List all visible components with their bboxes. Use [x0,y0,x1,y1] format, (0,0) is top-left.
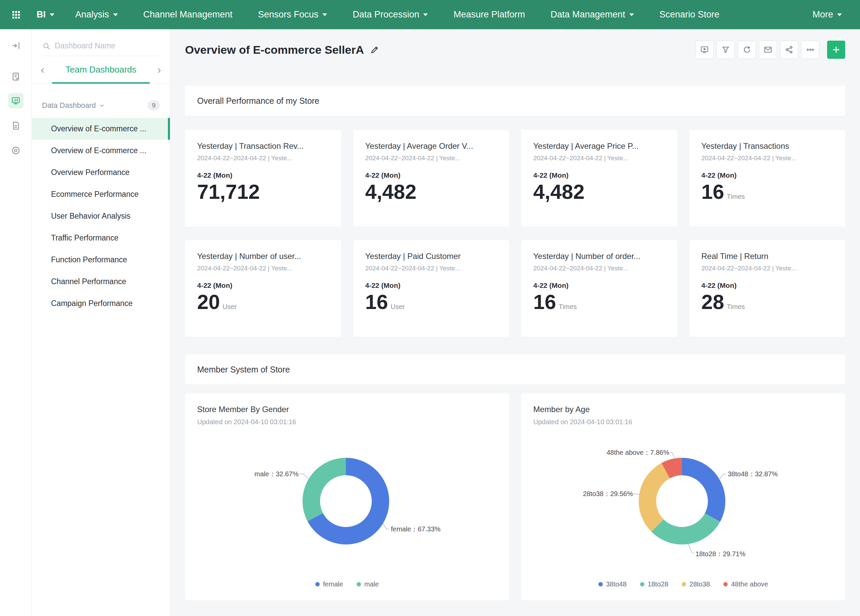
search-icon [42,42,51,50]
legend-item-18to28[interactable]: 18to28 [640,580,668,588]
nav-item-more[interactable]: More [800,0,845,29]
gender-donut-chart[interactable] [302,457,389,545]
nav-item-bi[interactable]: BI [32,0,63,29]
metric-card-transactions[interactable]: Yesterday | Transactions 2024-04-22~2024… [689,130,846,227]
sidebar-item-channel-performance[interactable]: Channel Performance [32,271,170,292]
legend-item-38to48[interactable]: 38to48 [598,580,627,588]
group-data-dashboard[interactable]: Data Dashboard [42,101,105,110]
nav-item-label: Analysis [75,9,109,20]
tab-team-dashboards[interactable]: Team Dashboards [52,57,150,83]
email-button[interactable] [759,41,777,59]
legend-item-female[interactable]: female [315,580,343,588]
chart-updated-timestamp: Updated on 2024-04-10 03:01:16 [533,418,833,426]
chevron-down-icon [629,13,634,16]
search-input[interactable] [55,41,160,50]
nav-item-label: Measure Platform [454,9,525,20]
metric-date: 4-22 (Mon) [197,171,329,179]
sidebar-item-label: Traffic Performance [51,233,119,242]
sidebar-item-label: Ecommerce Performance [51,190,139,199]
sidebar-item-ecommerce-performance[interactable]: Ecommerce Performance [32,183,170,205]
legend-label: 38to48 [606,580,627,588]
nav-item-label: Scenario Store [659,9,720,20]
metric-card-number-of-orders[interactable]: Yesterday | Number of order... 2024-04-2… [521,240,677,337]
nav-item-label: More [812,9,833,20]
metric-date: 4-22 (Mon) [366,171,497,179]
metric-card-average-order[interactable]: Yesterday | Average Order V... 2024-04-2… [353,130,509,227]
icon-rail [0,29,32,616]
plus-icon [832,45,841,54]
dashboard-button[interactable] [8,93,24,108]
disc-button[interactable] [8,143,24,158]
metric-value: 4,482 [533,180,585,204]
sidebar-item-label: Campaign Performance [51,299,133,308]
metric-unit: Times [727,303,745,311]
chevron-down-icon [322,13,327,16]
sidebar-item-traffic-performance[interactable]: Traffic Performance [32,227,170,249]
metric-date: 4-22 (Mon) [533,281,665,289]
metric-title: Yesterday | Average Order V... [366,141,497,151]
nav-item-scenario-store[interactable]: Scenario Store [647,0,732,29]
nav-item-sensors-focus[interactable]: Sensors Focus [245,0,340,29]
top-nav: BI Analysis Channel Management Sensors F… [0,0,860,29]
share-button[interactable] [780,41,798,59]
metric-card-average-price[interactable]: Yesterday | Average Price P... 2024-04-2… [521,130,677,227]
tab-next-button[interactable] [156,67,163,74]
envelope-icon [764,46,772,54]
dashboard-list: Overview of E-commerce ... Overview of E… [32,118,170,314]
metric-unit: User [223,303,237,311]
more-actions-button[interactable] [801,41,819,59]
legend-item-male[interactable]: male [356,580,379,588]
tab-prev-button[interactable] [39,67,46,74]
sidebar-item-overview-ecommerce-2[interactable]: Overview of E-commerce ... [32,140,170,162]
apps-grid-icon [11,10,21,20]
scheme-button[interactable] [8,118,24,134]
legend-item-48above[interactable]: 48the above [723,580,768,588]
gender-chart-card: Store Member By Gender Updated on 2024-0… [185,393,509,600]
pie-label-male: male：32.67% [215,470,298,478]
pie-label-18to28: 18to28：29.71% [695,550,745,558]
tv-mode-button[interactable] [695,41,714,59]
refresh-button[interactable] [738,41,756,59]
apps-grid-button[interactable] [0,10,32,20]
metric-card-realtime-return[interactable]: Real Time | Return 2024-04-22~2024-04-22… [689,240,846,337]
collapse-panel-button[interactable] [8,38,24,53]
filter-button[interactable] [717,41,735,59]
ellipsis-icon [806,46,814,54]
nav-item-analysis[interactable]: Analysis [63,0,130,29]
chevron-down-icon [837,13,842,16]
edit-pencil-icon[interactable] [370,45,380,54]
legend-label: male [364,580,379,588]
legend-item-28to38[interactable]: 28to38 [682,580,710,588]
metric-value: 4,482 [366,180,417,204]
metric-title: Yesterday | Transactions [701,141,833,151]
dashboard-tabs: Team Dashboards [32,57,170,83]
share-icon [785,46,794,54]
refresh-icon [742,46,751,54]
chart-title: Store Member By Gender [197,405,497,414]
sidebar-item-user-behavior-analysis[interactable]: User Behavior Analysis [32,205,170,227]
metric-subtitle: 2024-04-22~2024-04-22 | Yeste... [366,154,497,162]
report-button[interactable] [8,69,24,84]
section-member-system: Member System of Store [185,354,845,385]
chart-legend: female male [185,580,509,588]
collapse-panel-icon [11,41,20,50]
nav-item-data-management[interactable]: Data Management [538,0,647,29]
add-button[interactable] [827,41,845,59]
nav-item-measure-platform[interactable]: Measure Platform [441,0,538,29]
chevron-right-icon [156,67,163,74]
sidebar-item-campaign-performance[interactable]: Campaign Performance [32,292,170,314]
metric-card-transaction-revenue[interactable]: Yesterday | Transaction Rev... 2024-04-2… [185,130,341,227]
nav-item-channel-management[interactable]: Channel Management [130,0,245,29]
sidebar-item-label: Function Performance [51,255,127,264]
metric-title: Yesterday | Number of user... [197,251,329,261]
sidebar-item-overview-performance[interactable]: Overview Performance [32,162,170,183]
sidebar-item-function-performance[interactable]: Function Performance [32,249,170,271]
metric-card-paid-customer[interactable]: Yesterday | Paid Customer 2024-04-22~202… [353,240,509,337]
metric-card-number-of-users[interactable]: Yesterday | Number of user... 2024-04-22… [185,240,341,337]
sidebar-item-overview-ecommerce-1[interactable]: Overview of E-commerce ... [32,118,170,140]
nav-item-data-procession[interactable]: Data Procession [340,0,441,29]
sidebar-item-label: Overview of E-commerce ... [51,146,146,155]
age-donut-chart[interactable] [639,457,726,545]
metric-unit: Times [559,303,577,311]
chevron-left-icon [39,67,46,74]
